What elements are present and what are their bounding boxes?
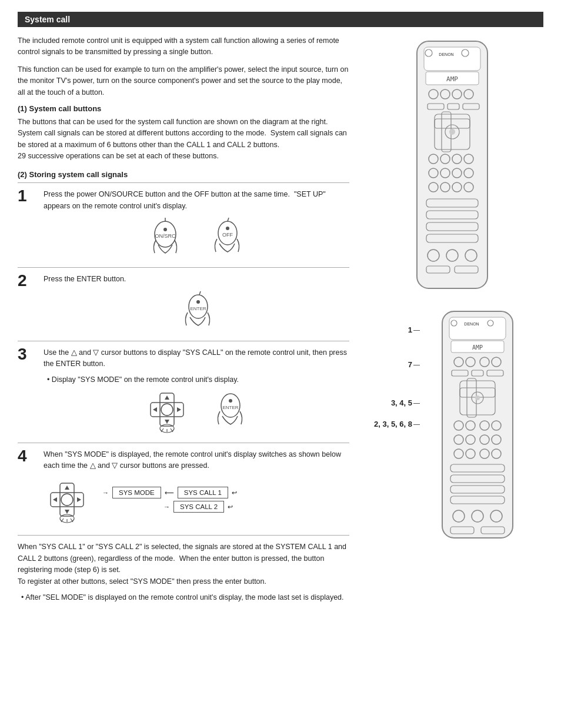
svg-marker-15 xyxy=(165,395,169,400)
svg-point-6 xyxy=(226,227,229,230)
remote-top-svg: DENON AMP xyxy=(393,35,511,294)
step-2-text: Press the ENTER button. xyxy=(44,274,349,285)
svg-text:AMP: AMP xyxy=(446,75,458,83)
section1-body: The buttons that can be used for the sys… xyxy=(18,117,349,162)
label-spacer2 xyxy=(374,370,420,397)
remote-labels: 1 — 7 — 3, 4, 5 — 2, 3, 5, 6, xyxy=(374,307,425,430)
step-3-content: Use the △ and ▽ cursor buttons to displa… xyxy=(44,347,349,439)
step-4: 4 When "SYS MODE" is displayed, the remo… xyxy=(18,443,349,530)
step-1-number: 1 xyxy=(18,188,39,204)
section1-title: (1) System call buttons xyxy=(18,104,349,113)
after-step4-para1: When "SYS CALL 1" or "SYS CALL 2" is sel… xyxy=(18,541,349,587)
svg-point-55 xyxy=(449,129,455,135)
step3-dpad xyxy=(143,386,191,433)
label-spacer1 xyxy=(374,341,420,358)
step-3-text: Use the △ and ▽ cursor buttons to displa… xyxy=(44,347,349,370)
step4-diagram: → SYS MODE ⟵ SYS CALL 1 ↩ → SYS CALL 2 ↩ xyxy=(44,476,349,523)
svg-point-2 xyxy=(163,228,167,231)
svg-text:ENTER: ENTER xyxy=(222,405,238,410)
label-345-dash: — xyxy=(413,399,420,406)
arrow-to-mode: → xyxy=(102,489,109,496)
header-title: System call xyxy=(25,15,70,24)
step-1-text: Press the power ON/SOURCE button and the… xyxy=(44,189,349,212)
label-7-dash: — xyxy=(413,361,420,368)
svg-marker-18 xyxy=(177,407,181,412)
remote-top-wrap: DENON AMP xyxy=(393,35,511,296)
step-3-number: 3 xyxy=(18,346,39,363)
label-1-dash: — xyxy=(413,326,420,333)
intro-line2: This function can be used for example to… xyxy=(18,64,349,98)
step-4-content: When "SYS MODE" is displayed, the remote… xyxy=(44,449,349,530)
label-spacer3 xyxy=(374,408,420,418)
label-1: 1 xyxy=(408,325,412,334)
label-345-wrap: 3, 4, 5 — xyxy=(374,397,420,408)
arrow-call2-end: ↩ xyxy=(228,503,233,511)
section2-title: (2) Storing system call signals xyxy=(18,170,349,179)
svg-line-5 xyxy=(228,218,229,221)
label-7-wrap: 7 — xyxy=(374,358,420,370)
svg-marker-31 xyxy=(53,497,57,502)
right-column: DENON AMP xyxy=(361,35,543,603)
label-345: 3, 4, 5 xyxy=(391,398,412,407)
intro-line1: The included remote control unit is equi… xyxy=(18,35,349,58)
after-step4: When "SYS CALL 1" or "SYS CALL 2" is sel… xyxy=(18,535,349,603)
step-3-images: ENTER xyxy=(44,386,349,433)
step-2-number: 2 xyxy=(18,272,39,289)
step-4-number: 4 xyxy=(18,448,39,464)
step1-image-left: ON/SRC xyxy=(146,217,188,258)
arrow-end: ↩ xyxy=(232,489,237,497)
svg-text:ON/SRC: ON/SRC xyxy=(155,233,176,239)
svg-text:ENTER: ENTER xyxy=(190,306,206,311)
sys-call2-box: SYS CALL 2 xyxy=(173,501,224,513)
svg-rect-38 xyxy=(424,47,480,71)
after-step4-bullet: • After "SEL MODE" is displayed on the r… xyxy=(18,592,349,603)
step3-enter: ENTER xyxy=(208,389,249,430)
label-23568: 2, 3, 5, 6, 8 xyxy=(374,420,412,428)
svg-line-9 xyxy=(199,291,201,295)
label-7: 7 xyxy=(408,360,412,369)
step-1-content: Press the power ON/SOURCE button and the… xyxy=(44,189,349,264)
sys-mode-box: SYS MODE xyxy=(112,487,161,498)
svg-marker-17 xyxy=(153,407,157,412)
remote-bottom-wrap: 1 — 7 — 3, 4, 5 — 2, 3, 5, 6, xyxy=(374,307,530,542)
svg-point-95 xyxy=(475,395,480,400)
label-23568-wrap: 2, 3, 5, 6, 8 — xyxy=(374,418,420,430)
svg-point-28 xyxy=(61,494,73,506)
arrow-to-call2: → xyxy=(163,503,170,510)
step-1-images: ON/SRC OFF xyxy=(44,217,349,258)
svg-marker-32 xyxy=(77,497,81,502)
svg-rect-78 xyxy=(449,317,506,340)
arrow-bidir: ⟵ xyxy=(165,489,174,497)
svg-marker-29 xyxy=(65,486,69,490)
sys-row-1: → SYS MODE ⟵ SYS CALL 1 ↩ xyxy=(102,487,237,498)
step1-image-right: OFF xyxy=(205,217,246,258)
step4-dpad xyxy=(44,476,91,523)
step-1: 1 Press the power ON/SOURCE button and t… xyxy=(18,182,349,264)
step-3-bullet: • Display "SYS MODE" on the remote contr… xyxy=(44,374,349,385)
section-header: System call xyxy=(18,12,543,27)
svg-point-24 xyxy=(229,399,232,403)
label-23568-dash: — xyxy=(413,420,420,427)
step-2: 2 Press the ENTER button. ENTER xyxy=(18,267,349,337)
left-column: The included remote control unit is equi… xyxy=(18,35,349,603)
remote-bottom-svg: DENON AMP xyxy=(425,307,530,542)
sys-mode-diagram: → SYS MODE ⟵ SYS CALL 1 ↩ → SYS CALL 2 ↩ xyxy=(102,487,237,513)
svg-text:DENON: DENON xyxy=(464,322,479,326)
step-3: 3 Use the △ and ▽ cursor buttons to disp… xyxy=(18,341,349,439)
sys-row-2: → SYS CALL 2 ↩ xyxy=(102,501,237,513)
step-2-content: Press the ENTER button. ENTER xyxy=(44,274,349,337)
svg-point-14 xyxy=(161,404,173,415)
svg-text:OFF: OFF xyxy=(222,232,233,238)
svg-text:DENON: DENON xyxy=(439,52,453,56)
label-1-wrap: 1 — xyxy=(374,318,420,341)
step-4-text: When "SYS MODE" is displayed, the remote… xyxy=(44,449,349,472)
sys-call1-box: SYS CALL 1 xyxy=(178,487,228,498)
svg-text:AMP: AMP xyxy=(472,344,483,351)
step2-image: ENTER xyxy=(176,290,217,331)
step-2-images: ENTER xyxy=(44,290,349,331)
svg-marker-30 xyxy=(65,510,69,514)
svg-point-10 xyxy=(196,300,200,304)
svg-marker-16 xyxy=(165,420,169,424)
